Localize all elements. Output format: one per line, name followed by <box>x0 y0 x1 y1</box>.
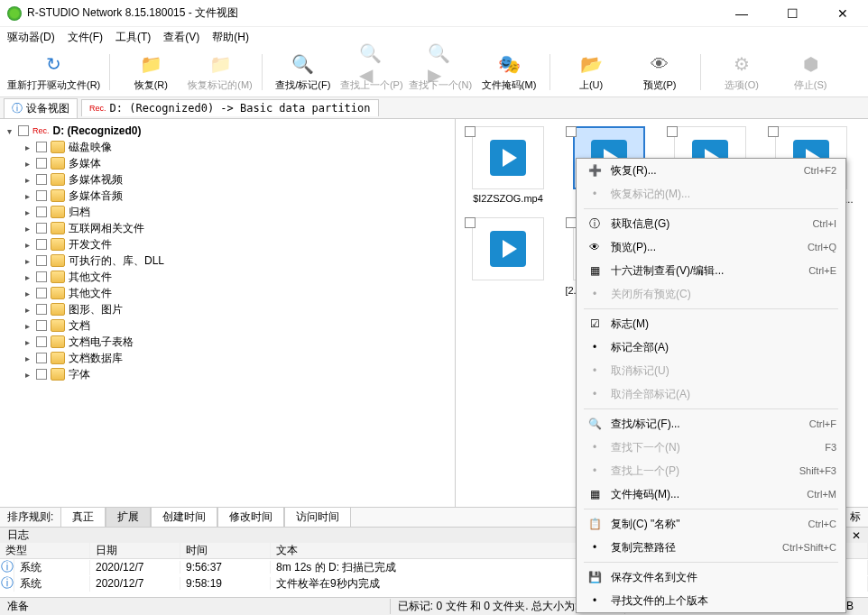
tree-node[interactable]: ▸可执行的、库、DLL <box>22 252 451 269</box>
sort-item[interactable]: 真正 <box>60 507 106 528</box>
checkbox[interactable] <box>768 126 779 137</box>
maximize-button[interactable]: ☐ <box>774 6 810 21</box>
sort-item[interactable]: 扩展 <box>106 507 151 528</box>
log-col-type[interactable]: 类型 <box>0 543 90 558</box>
chevron-right-icon[interactable]: ▸ <box>22 175 32 185</box>
checkbox[interactable] <box>36 336 47 347</box>
minimize-button[interactable]: — <box>724 6 760 21</box>
tree-root[interactable]: ▾ Rec. D: (Recognized0) <box>4 123 451 139</box>
checkbox[interactable] <box>465 126 476 137</box>
close-button[interactable]: ✕ <box>825 6 861 21</box>
tree-node[interactable]: ▸图形、图片 <box>22 301 451 317</box>
checkbox[interactable] <box>36 255 47 266</box>
ctx-label: 获取信息(G) <box>611 216 812 232</box>
chevron-right-icon[interactable]: ▸ <box>22 321 32 331</box>
menu-tools[interactable]: 工具(T) <box>115 30 151 45</box>
log-col-date[interactable]: 日期 <box>90 543 180 558</box>
tree-node[interactable]: ▸文档数据库 <box>22 350 451 366</box>
toolbar-F[interactable]: 🔍查找/标记(F) <box>272 51 335 92</box>
checkbox[interactable] <box>667 126 678 137</box>
log-col-time[interactable]: 时间 <box>180 543 271 558</box>
tab-device-view[interactable]: ⓘ 设备视图 <box>4 98 78 118</box>
file-thumbnail[interactable] <box>472 217 544 280</box>
checkbox[interactable] <box>36 174 47 185</box>
checkbox[interactable] <box>36 142 47 152</box>
toolbar-P[interactable]: 👁预览(P) <box>628 51 691 92</box>
checkbox[interactable] <box>18 125 29 136</box>
toolbar-M[interactable]: 🎭文件掩码(M) <box>477 51 540 92</box>
tree-node[interactable]: ▸文档电子表格 <box>22 334 451 350</box>
tree-node[interactable]: ▸多媒体视频 <box>22 171 451 188</box>
checkbox[interactable] <box>36 320 47 331</box>
tree-pane[interactable]: ▾ Rec. D: (Recognized0) ▸磁盘映像▸多媒体▸多媒体视频▸… <box>0 119 456 507</box>
tree-node[interactable]: ▸归档 <box>22 204 451 220</box>
checkbox[interactable] <box>36 207 47 217</box>
chevron-right-icon[interactable]: ▸ <box>22 289 32 298</box>
menu-help[interactable]: 帮助(H) <box>212 30 249 45</box>
checkbox[interactable] <box>36 239 47 250</box>
tree-node[interactable]: ▸多媒体 <box>22 155 451 171</box>
ctx-find-ver[interactable]: •寻找文件的上个版本 <box>577 589 845 612</box>
checkbox[interactable] <box>36 304 47 315</box>
ctx-preview[interactable]: 👁预览(P)...Ctrl+Q <box>577 235 845 259</box>
chevron-right-icon[interactable]: ▸ <box>22 207 32 217</box>
file-thumbnail[interactable] <box>472 126 544 189</box>
tree-node[interactable]: ▸其他文件 <box>22 269 451 285</box>
tree-node[interactable]: ▸多媒体音频 <box>22 188 451 204</box>
chevron-down-icon[interactable]: ▾ <box>4 126 14 136</box>
checkbox[interactable] <box>36 223 47 234</box>
chevron-right-icon[interactable]: ▸ <box>22 305 32 315</box>
checkbox[interactable] <box>465 217 476 228</box>
tree-node[interactable]: ▸其他文件 <box>22 285 451 301</box>
ctx-hex[interactable]: ▦十六进制查看(V)/编辑...Ctrl+E <box>577 259 845 282</box>
menu-drive[interactable]: 驱动器(D) <box>7 30 55 45</box>
close-icon[interactable]: ✕ <box>852 529 861 542</box>
sort-item[interactable]: 创建时间 <box>151 507 217 528</box>
chevron-right-icon[interactable]: ▸ <box>22 256 32 266</box>
context-menu: ➕恢复(R)...Ctrl+F2•恢复标记的(M)...ⓘ获取信息(G)Ctrl… <box>576 158 846 613</box>
menu-view[interactable]: 查看(V) <box>163 30 199 45</box>
ctx-copy-path[interactable]: •复制完整路径Ctrl+Shift+C <box>577 536 845 559</box>
ctx-copy[interactable]: 📋复制(C) "名称"Ctrl+C <box>577 512 845 536</box>
sort-item[interactable]: 修改时间 <box>217 507 284 528</box>
ctx-flag-all[interactable]: •标记全部(A) <box>577 335 845 359</box>
ctx-save[interactable]: 💾保存文件名到文件 <box>577 565 845 589</box>
folder-icon <box>51 319 65 332</box>
ctx-mask[interactable]: ▦文件掩码(M)...Ctrl+M <box>577 482 845 506</box>
sort-item[interactable]: 访问时间 <box>284 507 351 528</box>
menu-file[interactable]: 文件(F) <box>68 30 103 45</box>
toolbar-R[interactable]: ↻重新打开驱动文件(R) <box>7 51 100 92</box>
toolbar-U[interactable]: 📂上(U) <box>559 51 623 92</box>
chevron-right-icon[interactable]: ▸ <box>22 240 32 250</box>
file-item[interactable] <box>463 217 553 298</box>
toolbar-R[interactable]: 📁恢复(R) <box>119 51 182 92</box>
checkbox[interactable] <box>36 288 47 298</box>
checkbox[interactable] <box>36 271 47 282</box>
chevron-right-icon[interactable]: ▸ <box>22 272 32 282</box>
info-icon: ⓘ <box>0 559 14 575</box>
chevron-right-icon[interactable]: ▸ <box>22 353 32 363</box>
checkbox[interactable] <box>36 158 47 169</box>
ctx-find[interactable]: 🔍查找/标记(F)...Ctrl+F <box>577 412 845 436</box>
chevron-right-icon[interactable]: ▸ <box>22 370 32 380</box>
tree-node[interactable]: ▸互联网相关文件 <box>22 220 451 236</box>
checkbox[interactable] <box>36 369 47 380</box>
chevron-right-icon[interactable]: ▸ <box>22 142 32 152</box>
ctx-info[interactable]: ⓘ获取信息(G)Ctrl+I <box>577 212 845 235</box>
checkbox[interactable] <box>36 353 47 363</box>
ctx-flag[interactable]: ☑标志(M) <box>577 312 845 335</box>
tree-node[interactable]: ▸开发文件 <box>22 236 451 252</box>
ctx-recover[interactable]: ➕恢复(R)...Ctrl+F2 <box>577 159 845 182</box>
chevron-right-icon[interactable]: ▸ <box>22 191 32 201</box>
folder-icon <box>51 368 65 381</box>
chevron-right-icon[interactable]: ▸ <box>22 159 32 169</box>
checkbox[interactable] <box>566 126 577 137</box>
tree-node[interactable]: ▸磁盘映像 <box>22 139 451 155</box>
chevron-right-icon[interactable]: ▸ <box>22 224 32 234</box>
checkbox[interactable] <box>36 190 47 201</box>
tree-node[interactable]: ▸文档 <box>22 317 451 334</box>
tab-path[interactable]: Rec. D: (Recognized0) -> Basic data part… <box>81 99 379 116</box>
file-item[interactable]: $I2ZSZOG.mp4 <box>463 126 553 207</box>
chevron-right-icon[interactable]: ▸ <box>22 337 32 347</box>
tree-node[interactable]: ▸字体 <box>22 366 451 382</box>
